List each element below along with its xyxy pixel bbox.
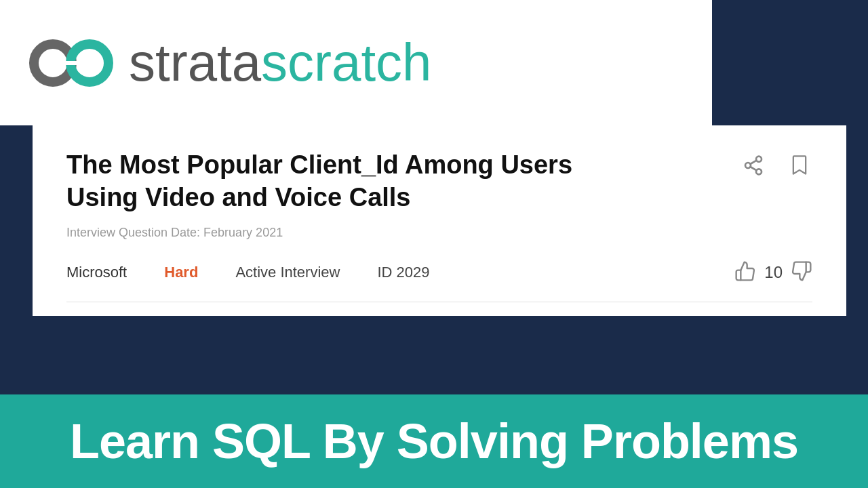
share-icon	[743, 155, 764, 176]
banner-text: Learn SQL By Solving Problems	[70, 413, 798, 469]
question-card: The Most Popular Client_Id Among Users U…	[33, 125, 846, 316]
company-label: Microsoft	[66, 264, 127, 281]
thumbs-up-icon	[734, 260, 756, 282]
bottom-banner: Learn SQL By Solving Problems	[0, 394, 868, 488]
bookmark-icon	[790, 155, 809, 176]
question-title: The Most Popular Client_Id Among Users U…	[66, 149, 643, 214]
logo-text: stratascratch	[129, 32, 431, 94]
svg-line-6	[750, 167, 756, 170]
divider	[66, 302, 812, 302]
meta-row: Microsoft Hard Active Interview ID 2029 …	[66, 260, 812, 285]
vote-section: 10	[734, 260, 812, 285]
bookmark-button[interactable]	[787, 152, 812, 178]
card-actions	[741, 149, 812, 178]
share-button[interactable]	[741, 152, 766, 178]
logo-icon	[27, 19, 115, 107]
difficulty-label: Hard	[164, 264, 198, 281]
thumbs-down-icon	[791, 260, 812, 282]
thumbs-up-button[interactable]	[734, 260, 756, 285]
id-label: ID 2029	[377, 264, 429, 281]
page-wrapper: stratascratch The Most Popular Client_Id…	[0, 0, 868, 488]
logo-section: stratascratch	[0, 0, 712, 125]
interview-date: Interview Question Date: February 2021	[66, 226, 812, 240]
vote-count: 10	[764, 263, 783, 282]
svg-line-7	[750, 161, 756, 164]
thumbs-down-button[interactable]	[791, 260, 812, 285]
card-header: The Most Popular Client_Id Among Users U…	[66, 149, 812, 214]
status-label: Active Interview	[235, 264, 340, 281]
